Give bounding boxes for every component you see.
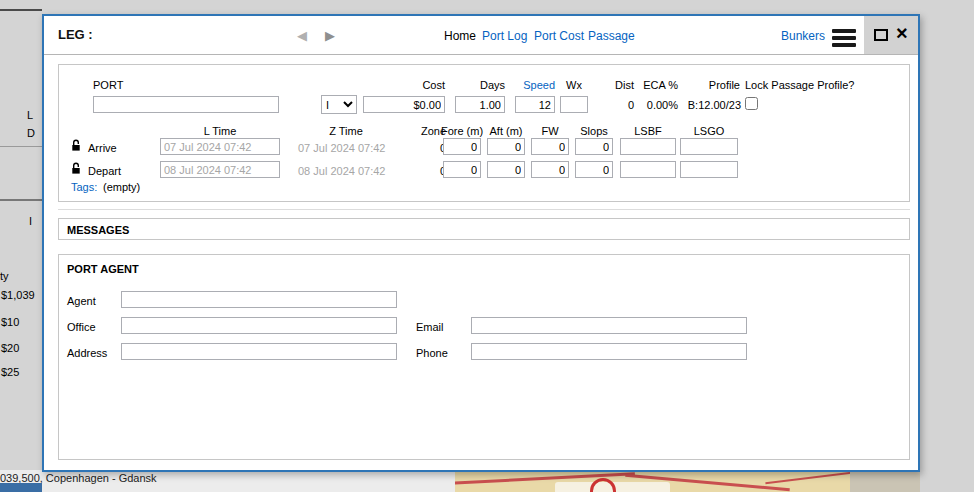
bg-cell: $10 (1, 316, 19, 328)
screen: L D I ty $1,039 $10 $20 $25 039,500, Cop… (0, 0, 974, 492)
agent-label: Agent (67, 295, 96, 307)
nav-home[interactable]: Home (444, 29, 476, 43)
fw-header: FW (531, 125, 569, 137)
agent-input[interactable] (121, 291, 397, 308)
unlock-icon[interactable] (71, 162, 82, 177)
profile-label: Profile (660, 79, 740, 91)
header-divider (44, 54, 918, 55)
email-input[interactable] (471, 317, 747, 334)
prev-leg-icon[interactable]: ◀ (297, 28, 307, 43)
bg-cell: $20 (1, 342, 19, 354)
bg-cell: L (27, 109, 33, 121)
email-label: Email (416, 321, 444, 333)
messages-section: MESSAGES (58, 218, 910, 240)
arrive-aft-input[interactable] (487, 138, 525, 155)
arrive-lsbf-input[interactable] (620, 138, 676, 155)
tags-link[interactable]: Tags: (71, 181, 97, 193)
nav-bunkers[interactable]: Bunkers (781, 29, 825, 43)
window-controls-background (864, 16, 918, 54)
messages-title: MESSAGES (67, 224, 129, 236)
office-label: Office (67, 321, 96, 333)
wx-input[interactable] (560, 96, 588, 113)
lsgo-header: LSGO (680, 125, 738, 137)
lock-passage-label: Lock Passage Profile? (745, 79, 854, 91)
bg-table-section-border (0, 199, 42, 201)
bg-cell: $25 (1, 366, 19, 378)
depart-ztime: 08 Jul 2024 07:42 (298, 165, 385, 177)
lock-passage-checkbox[interactable] (745, 97, 758, 110)
port-input[interactable] (93, 96, 279, 113)
depart-aft-input[interactable] (487, 161, 525, 178)
dist-label: Dist (600, 79, 634, 91)
section-separator (58, 209, 910, 210)
arrive-ztime: 07 Jul 2024 07:42 (298, 142, 385, 154)
leg-dialog: LEG : ◀ ▶ Home Port Log Port Cost Passag… (42, 14, 920, 472)
days-input[interactable] (455, 96, 505, 113)
arrive-zone: 0 (406, 142, 446, 154)
lsbf-header: LSBF (620, 125, 676, 137)
arrive-label: Arrive (88, 142, 117, 154)
arrive-ltime-input[interactable] (160, 138, 280, 155)
leg-type-select[interactable]: I (321, 95, 357, 114)
address-input[interactable] (121, 343, 397, 360)
map-water (0, 483, 42, 492)
phone-label: Phone (416, 347, 448, 359)
tags-value: (empty) (103, 181, 140, 193)
depart-lsbf-input[interactable] (620, 161, 676, 178)
depart-ltime-input[interactable] (160, 161, 280, 178)
depart-fw-input[interactable] (531, 161, 569, 178)
address-label: Address (67, 347, 107, 359)
nav-port-cost[interactable]: Port Cost (534, 29, 584, 43)
status-bar: 039,500, Copenhagen - Gdansk (0, 470, 455, 492)
cost-input[interactable] (363, 96, 445, 113)
bg-cell: ty (0, 270, 9, 282)
ltime-header: L Time (160, 125, 280, 137)
fore-header: Fore (m) (440, 125, 484, 137)
phone-input[interactable] (471, 343, 747, 360)
unlock-icon[interactable] (71, 139, 82, 154)
days-label: Days (455, 79, 505, 91)
port-agent-title: PORT AGENT (67, 263, 139, 275)
depart-label: Depart (88, 165, 121, 177)
speed-input[interactable] (515, 96, 555, 113)
speed-label[interactable]: Speed (515, 79, 555, 91)
map-area-gray (850, 470, 920, 492)
nav-port-log[interactable]: Port Log (482, 29, 527, 43)
cost-label: Cost (363, 79, 445, 91)
bg-cell: $1,039 (1, 289, 35, 301)
dist-value: 0 (600, 99, 634, 111)
depart-slops-input[interactable] (575, 161, 613, 178)
depart-lsgo-input[interactable] (680, 161, 738, 178)
slops-header: Slops (572, 125, 616, 137)
ztime-header: Z Time (298, 125, 394, 137)
bg-cell: I (29, 215, 32, 227)
maximize-icon[interactable] (874, 29, 888, 41)
map-marker-circle (590, 478, 616, 492)
leg-details-section: PORT Cost Days Speed Wx Dist ECA % Profi… (58, 64, 910, 202)
arrive-slops-input[interactable] (575, 138, 613, 155)
hamburger-menu-icon[interactable] (832, 26, 856, 50)
bg-cell: D (27, 127, 35, 139)
close-icon[interactable]: × (896, 25, 908, 41)
office-input[interactable] (121, 317, 397, 334)
bg-table-row-border (0, 146, 42, 147)
next-leg-icon[interactable]: ▶ (325, 28, 335, 43)
dialog-title: LEG : (58, 27, 93, 42)
port-agent-section: PORT AGENT Agent Office Email Address Ph… (58, 254, 910, 460)
arrive-fw-input[interactable] (531, 138, 569, 155)
arrive-fore-input[interactable] (443, 138, 481, 155)
map-region (455, 470, 920, 492)
port-label: PORT (93, 79, 123, 91)
depart-fore-input[interactable] (443, 161, 481, 178)
arrive-lsgo-input[interactable] (680, 138, 738, 155)
wx-label: Wx (560, 79, 588, 91)
depart-zone: 0 (406, 165, 446, 177)
aft-header: Aft (m) (484, 125, 528, 137)
nav-passage[interactable]: Passage (588, 29, 635, 43)
profile-value: B:12.00/23 (641, 99, 741, 111)
bg-table-top-border (0, 9, 42, 11)
